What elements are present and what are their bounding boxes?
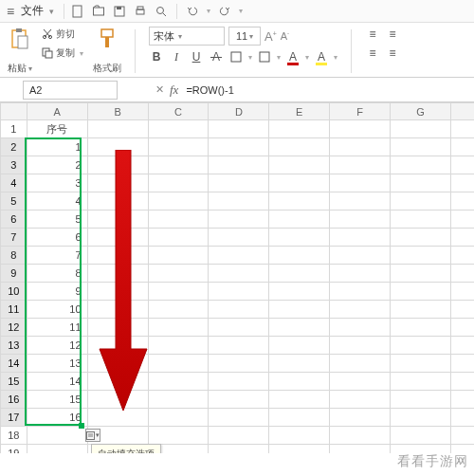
row-header-6[interactable]: 6 — [1, 211, 27, 229]
row-header-7[interactable]: 7 — [1, 229, 27, 247]
cell-C15[interactable] — [148, 373, 209, 391]
cell-B16[interactable] — [87, 391, 148, 409]
cell-F3[interactable] — [330, 156, 391, 174]
cell-C10[interactable] — [148, 283, 209, 301]
cell-E1[interactable] — [269, 120, 330, 138]
cell-B3[interactable] — [87, 156, 148, 174]
cell-D1[interactable] — [209, 120, 269, 138]
cell-E2[interactable] — [269, 138, 330, 156]
cell-C7[interactable] — [148, 229, 209, 247]
font-color-button[interactable]: A — [285, 49, 301, 64]
cell-D9[interactable] — [209, 265, 269, 283]
cell-G16[interactable] — [391, 391, 451, 409]
font-name-select[interactable]: 宋体▾ — [149, 27, 225, 46]
cell-F1[interactable] — [330, 120, 391, 138]
font-color-dropdown[interactable]: ▾ — [305, 53, 309, 62]
column-header-G[interactable]: G — [391, 103, 451, 120]
align-center-icon[interactable]: ≡ — [385, 46, 400, 61]
cell-A2[interactable]: 1 — [27, 138, 87, 156]
cell-H10[interactable] — [451, 283, 474, 301]
cell-A6[interactable]: 5 — [27, 211, 87, 229]
cell-H13[interactable] — [451, 337, 474, 355]
autofill-dropdown[interactable]: ▾ — [96, 431, 100, 439]
cell-F17[interactable] — [330, 409, 391, 427]
cell-E7[interactable] — [269, 229, 330, 247]
cell-F9[interactable] — [330, 265, 391, 283]
row-header-17[interactable]: 17 — [1, 409, 27, 427]
cell-C13[interactable] — [148, 337, 209, 355]
cell-F18[interactable] — [330, 427, 391, 445]
cell-E10[interactable] — [269, 283, 330, 301]
cell-B8[interactable] — [87, 247, 148, 265]
cell-H14[interactable] — [451, 355, 474, 373]
paste-button[interactable]: 粘贴▾ — [8, 27, 32, 75]
cell-B11[interactable] — [87, 301, 148, 319]
cell-A14[interactable]: 13 — [27, 355, 87, 373]
cell-G4[interactable] — [391, 174, 451, 192]
cell-E6[interactable] — [269, 211, 330, 229]
cell-G2[interactable] — [391, 138, 451, 156]
cell-H7[interactable] — [451, 229, 474, 247]
copy-button[interactable]: 复制▾ — [42, 46, 83, 61]
file-menu-dropdown[interactable]: ▾ — [49, 7, 54, 16]
row-header-4[interactable]: 4 — [1, 174, 27, 192]
row-header-1[interactable]: 1 — [1, 120, 27, 138]
cell-B10[interactable] — [87, 283, 148, 301]
cell-H4[interactable] — [451, 174, 474, 192]
strikethrough-button[interactable]: A — [209, 49, 224, 64]
cell-E14[interactable] — [269, 355, 330, 373]
cell-D12[interactable] — [209, 319, 269, 337]
cell-D7[interactable] — [209, 229, 269, 247]
row-header-11[interactable]: 11 — [1, 301, 27, 319]
paste-dropdown[interactable]: ▾ — [28, 64, 32, 73]
row-header-18[interactable]: 18 — [1, 427, 27, 445]
align-top-icon[interactable]: ≡ — [365, 27, 380, 42]
cell-D16[interactable] — [209, 391, 269, 409]
redo-dropdown[interactable]: ▾ — [236, 2, 246, 21]
cell-E12[interactable] — [269, 319, 330, 337]
row-header-12[interactable]: 12 — [1, 319, 27, 337]
cell-H11[interactable] — [451, 301, 474, 319]
cell-A11[interactable]: 10 — [27, 301, 87, 319]
cell-F12[interactable] — [330, 319, 391, 337]
row-header-10[interactable]: 10 — [1, 283, 27, 301]
cell-F7[interactable] — [330, 229, 391, 247]
cell-G3[interactable] — [391, 156, 451, 174]
cell-C1[interactable] — [148, 120, 209, 138]
column-header-H[interactable]: H — [451, 103, 474, 120]
cell-D5[interactable] — [209, 192, 269, 211]
open-icon[interactable] — [89, 2, 108, 21]
cell-D4[interactable] — [209, 174, 269, 192]
cell-E11[interactable] — [269, 301, 330, 319]
cell-A16[interactable]: 15 — [27, 391, 87, 409]
cell-B14[interactable] — [87, 355, 148, 373]
cell-D18[interactable] — [209, 427, 269, 445]
cell-C6[interactable] — [148, 211, 209, 229]
cell-A1[interactable]: 序号 — [27, 120, 87, 138]
row-header-16[interactable]: 16 — [1, 391, 27, 409]
cell-F5[interactable] — [330, 192, 391, 211]
increase-font-icon[interactable]: A+ — [264, 29, 277, 44]
row-header-9[interactable]: 9 — [1, 265, 27, 283]
cell-A9[interactable]: 8 — [27, 265, 87, 283]
cell-A4[interactable]: 3 — [27, 174, 87, 192]
column-header-E[interactable]: E — [269, 103, 330, 120]
format-painter-button[interactable]: 格式刷 — [93, 27, 121, 75]
cell-D17[interactable] — [209, 409, 269, 427]
cell-C16[interactable] — [148, 391, 209, 409]
cell-G19[interactable] — [391, 445, 451, 454]
cell-B13[interactable] — [87, 337, 148, 355]
undo-dropdown[interactable]: ▾ — [204, 2, 213, 21]
cell-C18[interactable] — [148, 427, 209, 445]
cell-B6[interactable] — [87, 211, 148, 229]
cell-G14[interactable] — [391, 355, 451, 373]
cell-A15[interactable]: 14 — [27, 373, 87, 391]
fill-color-dropdown[interactable]: ▾ — [277, 53, 281, 62]
file-menu[interactable]: 文件 — [21, 3, 44, 19]
row-header-19[interactable]: 19 — [1, 445, 27, 454]
row-header-8[interactable]: 8 — [1, 247, 27, 265]
cell-E9[interactable] — [269, 265, 330, 283]
new-doc-icon[interactable] — [68, 2, 87, 21]
cell-F8[interactable] — [330, 247, 391, 265]
row-header-14[interactable]: 14 — [1, 355, 27, 373]
